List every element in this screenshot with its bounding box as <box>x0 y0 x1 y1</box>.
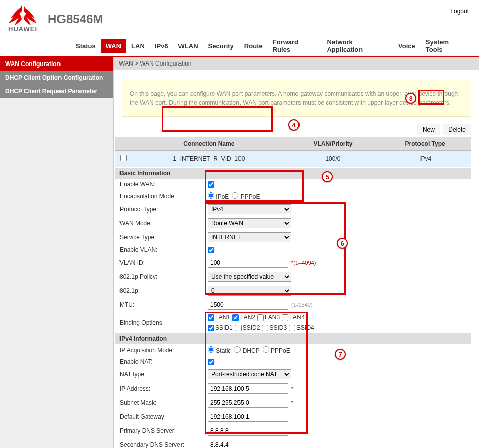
bind-lan2-label: LAN2 <box>240 314 255 321</box>
col-check <box>115 137 131 151</box>
bind-lan2-checkbox[interactable] <box>232 314 239 321</box>
wan-mode-select[interactable]: Route WAN <box>208 218 291 228</box>
label-vlan-id: VLAN ID: <box>119 259 208 266</box>
subnet-input[interactable] <box>208 398 288 408</box>
label-subnet: Subnet Mask: <box>119 399 208 406</box>
sidebar: WAN ConfigurationDHCP Client Option Conf… <box>0 57 114 448</box>
label-gateway: Default Gateway: <box>119 413 208 420</box>
nav-voice[interactable]: Voice <box>393 39 421 53</box>
row-checkbox[interactable] <box>120 155 127 161</box>
sidebar-item-wan-configuration[interactable]: WAN Configuration <box>0 57 113 71</box>
dns2-input[interactable] <box>208 440 288 448</box>
label-wan-mode: WAN Mode: <box>119 220 208 227</box>
encap-pppoe-radio[interactable] <box>232 192 238 199</box>
p8021-policy-select[interactable]: Use the specified value <box>208 272 291 282</box>
label-dns2: Secondary DNS Server: <box>119 441 208 448</box>
section-ipv4: IPv4 Information <box>115 333 471 344</box>
enable-wan-checkbox[interactable] <box>208 181 214 188</box>
ipacq-pppoe-radio[interactable] <box>263 346 269 353</box>
dns1-input[interactable] <box>208 426 288 436</box>
bind-ssid4-checkbox[interactable] <box>289 325 295 331</box>
nav-network-application[interactable]: Network Application <box>322 35 393 56</box>
nav-status[interactable]: Status <box>71 39 101 53</box>
label-dns1: Primary DNS Server: <box>119 427 208 434</box>
enable-nat-checkbox[interactable] <box>208 359 214 365</box>
nav-lan[interactable]: LAN <box>126 39 150 53</box>
nav-forward-rules[interactable]: Forward Rules <box>268 35 322 56</box>
col-vlan-priority: VLAN/Priority <box>287 137 379 151</box>
bind-lan3-label: LAN3 <box>265 314 280 321</box>
label-8021p: 802.1p: <box>119 287 208 294</box>
label-enable-vlan: Enable VLAN: <box>119 246 208 253</box>
section-basic: Basic Information <box>115 168 471 179</box>
label-proto-type: Protocol Type: <box>119 206 208 213</box>
nat-type-select[interactable]: Port-restricted cone NAT <box>208 369 291 379</box>
model-name: HG8546M <box>48 12 103 26</box>
new-button[interactable]: New <box>417 124 440 135</box>
label-binding: Binding Options: <box>119 319 208 326</box>
bind-ssid3-checkbox[interactable] <box>262 325 268 331</box>
label-enable-wan: Enable WAN: <box>119 181 208 188</box>
label-ip-acq: IP Acquisition Mode: <box>119 347 208 354</box>
bind-ssid1-label: SSID1 <box>215 324 233 331</box>
sidebar-item-dhcp-client-request-parameter[interactable]: DHCP Client Request Parameter <box>0 85 113 98</box>
bind-lan1-label: LAN1 <box>215 314 230 321</box>
breadcrumb: WAN > WAN Configuration <box>114 57 479 70</box>
top-nav: StatusWANLANIPv6WLANSecurityRouteForward… <box>0 35 479 57</box>
nav-ipv6[interactable]: IPv6 <box>150 39 173 53</box>
label-8021p-policy: 802.1p Policy: <box>119 273 208 280</box>
row-name: 1_INTERNET_R_VID_100 <box>131 151 287 167</box>
label-enable-nat: Enable NAT: <box>119 358 208 365</box>
col-connection-name: Connection Name <box>131 137 287 151</box>
p8021-select[interactable]: 0 <box>208 286 291 296</box>
table-row[interactable]: 1_INTERNET_R_VID_100 100/0 IPv4 <box>115 151 471 167</box>
connection-table: Connection Name VLAN/Priority Protocol T… <box>115 137 471 167</box>
bind-ssid2-label: SSID2 <box>243 324 260 331</box>
nav-security[interactable]: Security <box>203 39 239 53</box>
proto-type-select[interactable]: IPv4 <box>208 204 291 214</box>
mtu-input[interactable] <box>208 300 288 310</box>
brand-text: HUAWEI <box>8 25 37 33</box>
gateway-input[interactable] <box>208 412 288 422</box>
ipacq-pppoe-label: PPPoE <box>271 347 290 354</box>
vlan-id-hint: *(1–4094) <box>291 260 316 266</box>
encap-pppoe-label: PPPoE <box>241 193 260 200</box>
encap-ipoe-label: IPoE <box>216 193 229 200</box>
ipacq-static-radio[interactable] <box>208 346 214 353</box>
vlan-id-input[interactable] <box>208 258 288 268</box>
nav-wlan[interactable]: WLAN <box>173 39 203 53</box>
ip-addr-req: * <box>291 386 293 392</box>
ipacq-dhcp-label: DHCP <box>243 347 260 354</box>
encap-ipoe-radio[interactable] <box>208 192 214 199</box>
delete-button[interactable]: Delete <box>443 124 471 135</box>
bind-ssid1-checkbox[interactable] <box>208 325 214 331</box>
col-protocol-type: Protocol Type <box>379 137 471 151</box>
bind-lan4-label: LAN4 <box>289 314 305 321</box>
ipacq-static-label: Static <box>216 347 231 354</box>
label-ip-addr: IP Address: <box>119 385 208 392</box>
ipacq-dhcp-radio[interactable] <box>234 346 241 353</box>
label-nat-type: NAT type: <box>119 371 208 378</box>
bind-lan4-checkbox[interactable] <box>282 314 288 321</box>
enable-vlan-checkbox[interactable] <box>208 247 214 253</box>
bind-ssid3-label: SSID3 <box>269 324 287 331</box>
row-proto: IPv4 <box>379 151 471 167</box>
bind-lan3-checkbox[interactable] <box>257 314 264 321</box>
logout-link[interactable]: Logout <box>450 8 469 15</box>
bind-ssid4-label: SSID4 <box>296 324 314 331</box>
ip-addr-input[interactable] <box>208 383 288 394</box>
bind-lan1-checkbox[interactable] <box>208 314 214 321</box>
bind-ssid2-checkbox[interactable] <box>235 325 242 331</box>
mtu-hint: (1-1540) <box>291 302 313 308</box>
subnet-req: * <box>291 400 293 406</box>
huawei-logo: HUAWEI <box>8 5 38 33</box>
nav-wan[interactable]: WAN <box>101 39 126 53</box>
nav-route[interactable]: Route <box>239 39 268 53</box>
label-mtu: MTU: <box>119 301 208 308</box>
service-type-select[interactable]: INTERNET <box>208 232 291 242</box>
label-service-type: Service Type: <box>119 234 208 241</box>
nav-system-tools[interactable]: System Tools <box>421 35 471 56</box>
sidebar-item-dhcp-client-option-configuration[interactable]: DHCP Client Option Configuration <box>0 71 113 85</box>
label-encap: Encapsulation Mode: <box>119 193 208 200</box>
row-vlan: 100/0 <box>287 151 379 167</box>
